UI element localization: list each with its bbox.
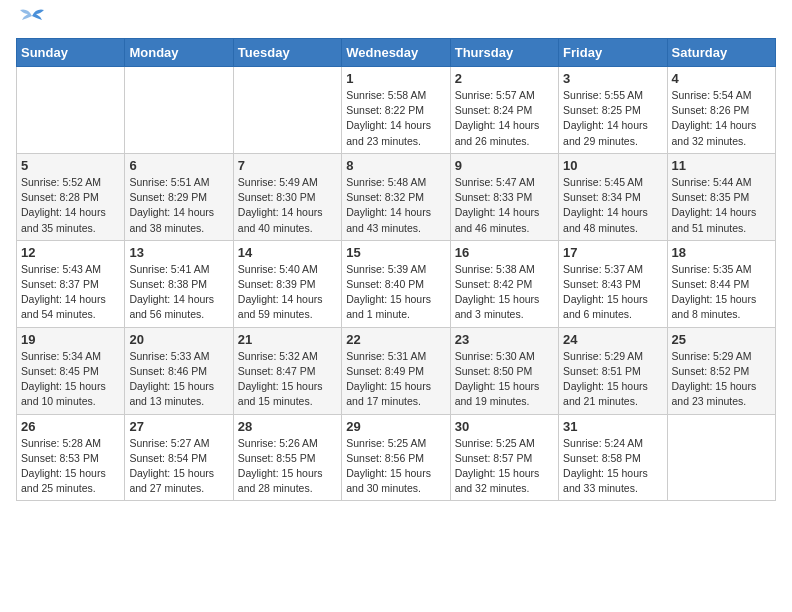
- day-info: Sunrise: 5:39 AMSunset: 8:40 PMDaylight:…: [346, 262, 445, 323]
- day-info: Sunrise: 5:49 AMSunset: 8:30 PMDaylight:…: [238, 175, 337, 236]
- day-of-week-header: Wednesday: [342, 39, 450, 67]
- day-number: 8: [346, 158, 445, 173]
- day-of-week-header: Tuesday: [233, 39, 341, 67]
- calendar-cell: 25Sunrise: 5:29 AMSunset: 8:52 PMDayligh…: [667, 327, 775, 414]
- day-number: 28: [238, 419, 337, 434]
- day-info: Sunrise: 5:38 AMSunset: 8:42 PMDaylight:…: [455, 262, 554, 323]
- calendar-cell: 4Sunrise: 5:54 AMSunset: 8:26 PMDaylight…: [667, 67, 775, 154]
- day-info: Sunrise: 5:32 AMSunset: 8:47 PMDaylight:…: [238, 349, 337, 410]
- day-info: Sunrise: 5:26 AMSunset: 8:55 PMDaylight:…: [238, 436, 337, 497]
- day-number: 25: [672, 332, 771, 347]
- day-number: 2: [455, 71, 554, 86]
- day-of-week-header: Saturday: [667, 39, 775, 67]
- calendar-cell: 13Sunrise: 5:41 AMSunset: 8:38 PMDayligh…: [125, 240, 233, 327]
- calendar-cell: 17Sunrise: 5:37 AMSunset: 8:43 PMDayligh…: [559, 240, 667, 327]
- day-number: 16: [455, 245, 554, 260]
- day-info: Sunrise: 5:45 AMSunset: 8:34 PMDaylight:…: [563, 175, 662, 236]
- day-number: 12: [21, 245, 120, 260]
- calendar-cell: 11Sunrise: 5:44 AMSunset: 8:35 PMDayligh…: [667, 153, 775, 240]
- calendar-header-row: SundayMondayTuesdayWednesdayThursdayFrid…: [17, 39, 776, 67]
- day-number: 30: [455, 419, 554, 434]
- day-number: 4: [672, 71, 771, 86]
- day-info: Sunrise: 5:55 AMSunset: 8:25 PMDaylight:…: [563, 88, 662, 149]
- day-info: Sunrise: 5:54 AMSunset: 8:26 PMDaylight:…: [672, 88, 771, 149]
- calendar-table: SundayMondayTuesdayWednesdayThursdayFrid…: [16, 38, 776, 501]
- day-info: Sunrise: 5:27 AMSunset: 8:54 PMDaylight:…: [129, 436, 228, 497]
- day-number: 22: [346, 332, 445, 347]
- bird-icon: [18, 6, 46, 26]
- day-number: 11: [672, 158, 771, 173]
- calendar-cell: 16Sunrise: 5:38 AMSunset: 8:42 PMDayligh…: [450, 240, 558, 327]
- day-info: Sunrise: 5:51 AMSunset: 8:29 PMDaylight:…: [129, 175, 228, 236]
- day-number: 6: [129, 158, 228, 173]
- day-info: Sunrise: 5:29 AMSunset: 8:52 PMDaylight:…: [672, 349, 771, 410]
- day-number: 13: [129, 245, 228, 260]
- day-info: Sunrise: 5:57 AMSunset: 8:24 PMDaylight:…: [455, 88, 554, 149]
- day-info: Sunrise: 5:24 AMSunset: 8:58 PMDaylight:…: [563, 436, 662, 497]
- day-of-week-header: Friday: [559, 39, 667, 67]
- day-number: 26: [21, 419, 120, 434]
- day-info: Sunrise: 5:30 AMSunset: 8:50 PMDaylight:…: [455, 349, 554, 410]
- calendar-cell: 21Sunrise: 5:32 AMSunset: 8:47 PMDayligh…: [233, 327, 341, 414]
- day-info: Sunrise: 5:48 AMSunset: 8:32 PMDaylight:…: [346, 175, 445, 236]
- calendar-cell: 10Sunrise: 5:45 AMSunset: 8:34 PMDayligh…: [559, 153, 667, 240]
- calendar-cell: 8Sunrise: 5:48 AMSunset: 8:32 PMDaylight…: [342, 153, 450, 240]
- page-header: [16, 16, 776, 26]
- calendar-week-row: 26Sunrise: 5:28 AMSunset: 8:53 PMDayligh…: [17, 414, 776, 501]
- calendar-cell: 14Sunrise: 5:40 AMSunset: 8:39 PMDayligh…: [233, 240, 341, 327]
- day-number: 15: [346, 245, 445, 260]
- day-number: 10: [563, 158, 662, 173]
- day-number: 23: [455, 332, 554, 347]
- day-info: Sunrise: 5:43 AMSunset: 8:37 PMDaylight:…: [21, 262, 120, 323]
- day-number: 9: [455, 158, 554, 173]
- day-info: Sunrise: 5:40 AMSunset: 8:39 PMDaylight:…: [238, 262, 337, 323]
- day-number: 29: [346, 419, 445, 434]
- day-info: Sunrise: 5:34 AMSunset: 8:45 PMDaylight:…: [21, 349, 120, 410]
- day-of-week-header: Sunday: [17, 39, 125, 67]
- calendar-cell: 29Sunrise: 5:25 AMSunset: 8:56 PMDayligh…: [342, 414, 450, 501]
- day-info: Sunrise: 5:44 AMSunset: 8:35 PMDaylight:…: [672, 175, 771, 236]
- calendar-week-row: 19Sunrise: 5:34 AMSunset: 8:45 PMDayligh…: [17, 327, 776, 414]
- day-number: 27: [129, 419, 228, 434]
- calendar-cell: 3Sunrise: 5:55 AMSunset: 8:25 PMDaylight…: [559, 67, 667, 154]
- day-number: 20: [129, 332, 228, 347]
- day-info: Sunrise: 5:47 AMSunset: 8:33 PMDaylight:…: [455, 175, 554, 236]
- calendar-cell: [667, 414, 775, 501]
- day-of-week-header: Monday: [125, 39, 233, 67]
- day-number: 17: [563, 245, 662, 260]
- calendar-cell: [125, 67, 233, 154]
- day-number: 31: [563, 419, 662, 434]
- calendar-cell: 31Sunrise: 5:24 AMSunset: 8:58 PMDayligh…: [559, 414, 667, 501]
- day-number: 19: [21, 332, 120, 347]
- calendar-cell: 28Sunrise: 5:26 AMSunset: 8:55 PMDayligh…: [233, 414, 341, 501]
- day-info: Sunrise: 5:58 AMSunset: 8:22 PMDaylight:…: [346, 88, 445, 149]
- day-number: 18: [672, 245, 771, 260]
- day-number: 5: [21, 158, 120, 173]
- day-info: Sunrise: 5:33 AMSunset: 8:46 PMDaylight:…: [129, 349, 228, 410]
- day-info: Sunrise: 5:25 AMSunset: 8:57 PMDaylight:…: [455, 436, 554, 497]
- day-number: 14: [238, 245, 337, 260]
- calendar-cell: 1Sunrise: 5:58 AMSunset: 8:22 PMDaylight…: [342, 67, 450, 154]
- logo: [16, 16, 46, 26]
- day-info: Sunrise: 5:37 AMSunset: 8:43 PMDaylight:…: [563, 262, 662, 323]
- calendar-cell: 23Sunrise: 5:30 AMSunset: 8:50 PMDayligh…: [450, 327, 558, 414]
- calendar-cell: 22Sunrise: 5:31 AMSunset: 8:49 PMDayligh…: [342, 327, 450, 414]
- day-info: Sunrise: 5:41 AMSunset: 8:38 PMDaylight:…: [129, 262, 228, 323]
- calendar-week-row: 1Sunrise: 5:58 AMSunset: 8:22 PMDaylight…: [17, 67, 776, 154]
- calendar-cell: 20Sunrise: 5:33 AMSunset: 8:46 PMDayligh…: [125, 327, 233, 414]
- calendar-cell: 19Sunrise: 5:34 AMSunset: 8:45 PMDayligh…: [17, 327, 125, 414]
- day-number: 3: [563, 71, 662, 86]
- day-info: Sunrise: 5:25 AMSunset: 8:56 PMDaylight:…: [346, 436, 445, 497]
- day-info: Sunrise: 5:35 AMSunset: 8:44 PMDaylight:…: [672, 262, 771, 323]
- calendar-cell: 27Sunrise: 5:27 AMSunset: 8:54 PMDayligh…: [125, 414, 233, 501]
- calendar-cell: 7Sunrise: 5:49 AMSunset: 8:30 PMDaylight…: [233, 153, 341, 240]
- day-of-week-header: Thursday: [450, 39, 558, 67]
- calendar-cell: 6Sunrise: 5:51 AMSunset: 8:29 PMDaylight…: [125, 153, 233, 240]
- calendar-week-row: 12Sunrise: 5:43 AMSunset: 8:37 PMDayligh…: [17, 240, 776, 327]
- calendar-cell: 26Sunrise: 5:28 AMSunset: 8:53 PMDayligh…: [17, 414, 125, 501]
- calendar-cell: [233, 67, 341, 154]
- calendar-cell: 12Sunrise: 5:43 AMSunset: 8:37 PMDayligh…: [17, 240, 125, 327]
- day-info: Sunrise: 5:28 AMSunset: 8:53 PMDaylight:…: [21, 436, 120, 497]
- calendar-cell: 30Sunrise: 5:25 AMSunset: 8:57 PMDayligh…: [450, 414, 558, 501]
- day-number: 24: [563, 332, 662, 347]
